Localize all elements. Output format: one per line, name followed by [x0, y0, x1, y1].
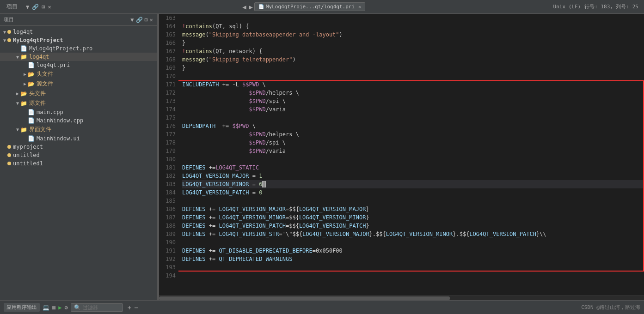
code-line-186: DEFINES += LOG4QT_VERSION_MAJOR=$${LOG4Q… — [182, 205, 644, 213]
sidebar-link-icon[interactable]: 🔗 — [136, 17, 143, 23]
bottom-icons: 💻 ■ ▶ ⚙ — [43, 304, 68, 311]
layout-icon[interactable]: ⊞ — [42, 4, 45, 10]
sidebar-item-header2[interactable]: ▶ 📂 头文件 — [0, 89, 157, 98]
sidebar-item-mainwindow-ui[interactable]: 📄 MainWindow.ui — [0, 134, 157, 143]
code-line-172: $$PWD/helpers \ — [182, 89, 644, 97]
code-editor[interactable]: !contains(QT, sql) { message("Skipping d… — [178, 14, 644, 296]
sidebar-tree: ▼ log4qt ▼ MyLog4qtProject 📄 MyLog4qtPro… — [0, 26, 157, 300]
code-line-168: message("Skipping telnetappender") — [182, 55, 644, 64]
filter-icon[interactable]: ▼ — [26, 4, 29, 10]
sidebar-item-mainwindow-cpp[interactable]: 📄 MainWindow.cpp — [0, 116, 157, 125]
sidebar-item-mylog4qt-pro[interactable]: 📄 MyLog4qtProject.pro — [0, 44, 157, 53]
code-line-180 — [182, 155, 644, 163]
code-line-175 — [182, 114, 644, 122]
code-line-171: INCLUDEPATH += -L $$PWD \ — [182, 80, 644, 89]
editor-content: 163 164 165 166 167 168 169 170 171 172 … — [159, 14, 644, 296]
sidebar-item-main-cpp[interactable]: 📄 main.cpp — [0, 108, 157, 116]
code-line-174: $$PWD/varia — [182, 105, 644, 114]
tab-close-btn[interactable]: ✕ — [358, 4, 361, 9]
editor-tab[interactable]: 📄 MyLog4qtProje...qt/log4qt.pri ✕ — [254, 2, 365, 11]
sidebar-item-untitled[interactable]: untitled — [0, 151, 157, 159]
tab-label: MyLog4qtProje...qt/log4qt.pri — [266, 4, 355, 10]
code-line-181: DEFINES +=LOG4QT_STATIC — [182, 163, 644, 172]
sidebar-item-log4qt-pri[interactable]: 📄 log4qt.pri — [0, 61, 157, 69]
filter-input[interactable] — [83, 305, 120, 310]
code-line-170 — [182, 72, 644, 80]
sidebar-close-icon[interactable]: ✕ — [150, 17, 153, 23]
code-line-166: } — [182, 39, 644, 47]
line-numbers: 163 164 165 166 167 168 169 170 171 172 … — [159, 14, 178, 296]
bottom-filter[interactable]: 🔍 — [71, 303, 123, 312]
bottom-play-icon[interactable]: ▶ — [58, 304, 61, 311]
code-line-187: DEFINES += LOG4QT_VERSION_MINOR=$${LOG4Q… — [182, 213, 644, 222]
encoding-label: Unix (LF) — [553, 4, 581, 10]
tab-bar: ◀ ▶ 📄 MyLog4qtProje...qt/log4qt.pri ✕ — [59, 2, 548, 11]
position-label: 行号: 183, 列号: 25 — [584, 3, 638, 10]
sidebar-header-icons: ▼ 🔗 ⊞ ✕ — [130, 17, 153, 23]
sidebar-item-header1[interactable]: ▶ 📂 头文件 — [0, 69, 157, 79]
sidebar-item-ui-folder[interactable]: ▼ 📁 界面文件 — [0, 125, 157, 134]
editor-area: 163 164 165 166 167 168 169 170 171 172 … — [159, 14, 644, 300]
bottom-right: CSDN @路过山河，路过海 — [581, 304, 640, 311]
sidebar-item-untitled1[interactable]: untitled1 — [0, 159, 157, 168]
code-line-173: $$PWD/spi \ — [182, 97, 644, 105]
code-line-189: DEFINES += LOG4QT_VERSION_STR='\"$${LOG4… — [182, 230, 644, 238]
sidebar-filter-icon[interactable]: ▼ — [130, 17, 134, 23]
code-line-176: DEPENDPATH += $$PWD \ — [182, 122, 644, 130]
code-line-169: } — [182, 64, 644, 72]
sidebar-layout-icon[interactable]: ⊞ — [145, 17, 148, 23]
code-line-163 — [182, 14, 644, 22]
tab-file-icon: 📄 — [258, 4, 264, 9]
code-line-167: !contains(QT, network) { — [182, 47, 644, 55]
sidebar-item-myproject[interactable]: myproject — [0, 143, 157, 151]
code-line-193 — [182, 263, 644, 272]
code-line-191: DEFINES += QT_DISABLE_DEPRECATED_BEFORE=… — [182, 247, 644, 255]
nav-forward-btn[interactable]: ▶ — [248, 3, 254, 11]
top-bar-icons: ▼ 🔗 ⊞ ✕ — [22, 4, 55, 10]
code-line-194 — [182, 272, 644, 280]
sidebar-item-log4qt[interactable]: ▼ log4qt — [0, 28, 157, 36]
code-line-164: !contains(QT, sql) { — [182, 22, 644, 30]
main-area: 项目 ▼ 🔗 ⊞ ✕ ▼ log4qt ▼ MyLog4qtProject — [0, 14, 644, 300]
nav-back-btn[interactable]: ◀ — [241, 3, 247, 11]
bottom-gear-icon[interactable]: ⚙ — [64, 304, 67, 311]
code-line-184: LOG4QT_VERSION_PATCH = 0 — [182, 188, 644, 197]
horizontal-scrollbar[interactable] — [159, 296, 644, 300]
code-line-178: $$PWD/spi \ — [182, 139, 644, 147]
top-bar: 项目 ▼ 🔗 ⊞ ✕ ◀ ▶ 📄 MyLog4qtProje...qt/log4… — [0, 0, 644, 14]
code-line-177: $$PWD/helpers \ — [182, 130, 644, 139]
sidebar-item-mylog4qt[interactable]: ▼ MyLog4qtProject — [0, 36, 157, 44]
top-bar-title: 项目 — [4, 3, 20, 11]
link-icon[interactable]: 🔗 — [32, 4, 39, 10]
sidebar-item-source1[interactable]: ▶ 📂 源文件 — [0, 79, 157, 89]
close-icon[interactable]: ✕ — [48, 4, 51, 10]
code-line-185 — [182, 197, 644, 205]
watermark-text: CSDN @路过山河，路过海 — [581, 304, 640, 311]
sidebar: 项目 ▼ 🔗 ⊞ ✕ ▼ log4qt ▼ MyLog4qtProject — [0, 14, 157, 300]
code-line-165: message("Skipping databaseappender and -… — [182, 30, 644, 39]
code-line-182: LOG4QT_VERSION_MAJOR = 1 — [182, 172, 644, 180]
top-bar-left: 项目 ▼ 🔗 ⊞ ✕ — [0, 3, 59, 11]
sidebar-item-log4qt-sub[interactable]: ▼ 📁 log4qt — [0, 53, 157, 61]
bottom-stop-icon[interactable]: ■ — [52, 304, 55, 311]
app-output-label[interactable]: 应用程序输出 — [4, 303, 40, 312]
code-line-188: DEFINES += LOG4QT_VERSION_PATCH=$${LOG4Q… — [182, 222, 644, 230]
code-line-183: LOG4QT_VERSION_MINOR = 6| — [182, 180, 644, 188]
bottom-bar: 应用程序输出 💻 ■ ▶ ⚙ 🔍 + − CSDN @路过山河，路过海 — [0, 300, 644, 314]
code-line-179: $$PWD/varia — [182, 147, 644, 155]
sidebar-item-source2[interactable]: ▼ 📁 源文件 — [0, 98, 157, 108]
sidebar-header: 项目 ▼ 🔗 ⊞ ✕ — [0, 14, 157, 26]
bottom-computer-icon[interactable]: 💻 — [43, 304, 49, 311]
sidebar-title: 项目 — [4, 16, 14, 23]
search-filter-icon: 🔍 — [74, 304, 81, 311]
top-bar-right: Unix (LF) 行号: 183, 列号: 25 — [548, 3, 644, 10]
code-line-192: DEFINES += QT_DEPRECATED_WARNINGS — [182, 255, 644, 263]
code-line-190 — [182, 238, 644, 247]
minus-btn[interactable]: − — [134, 304, 138, 311]
plus-btn[interactable]: + — [128, 304, 131, 311]
